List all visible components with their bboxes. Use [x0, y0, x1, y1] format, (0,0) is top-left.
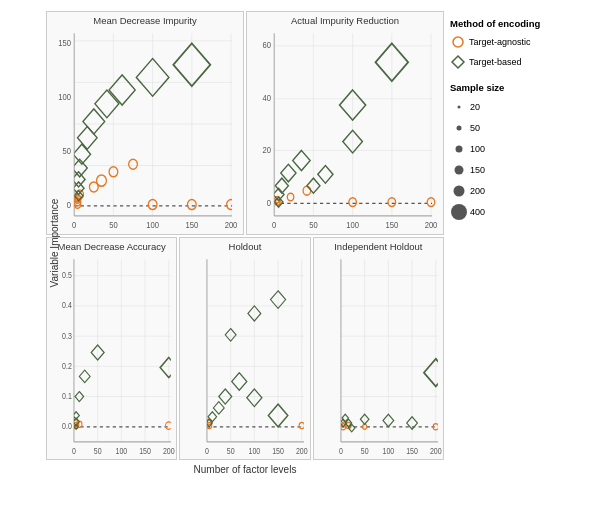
svg-marker-112 [79, 370, 90, 383]
plot-area: Variable Importance Mean Decrease Impuri… [0, 0, 445, 515]
plot-mdi-title: Mean Decrease Impurity [47, 12, 243, 27]
svg-text:100: 100 [382, 446, 394, 454]
plot-mda-title: Mean Decrease Accuracy [47, 238, 176, 253]
svg-point-183 [455, 166, 464, 175]
svg-text:0: 0 [267, 198, 272, 208]
legend-panel: Method of encoding Target-agnostic Targe… [445, 0, 600, 515]
svg-text:0.0: 0.0 [62, 421, 72, 431]
plot-mdi-svg: 0 50 100 150 0 50 100 150 200 [47, 27, 243, 229]
svg-text:0.5: 0.5 [62, 270, 72, 280]
svg-text:0.1: 0.1 [62, 391, 72, 401]
svg-text:150: 150 [406, 446, 418, 454]
main-container: Variable Importance Mean Decrease Impuri… [0, 0, 600, 515]
legend-size-20: 20 [450, 98, 480, 116]
svg-point-185 [451, 204, 467, 220]
plot-holdout-svg: 0 50 100 150 200 [180, 253, 309, 455]
svg-point-181 [457, 126, 462, 131]
plot-ind-holdout: Independent Holdout [313, 237, 444, 461]
legend-size-50: 50 [450, 119, 480, 137]
svg-text:200: 200 [296, 446, 308, 454]
svg-point-182 [456, 146, 463, 153]
legend-item-based: Target-based [450, 54, 522, 70]
svg-text:40: 40 [262, 94, 271, 104]
svg-text:0: 0 [272, 221, 277, 228]
svg-marker-77 [318, 166, 333, 184]
legend-size-200-label: 200 [470, 186, 485, 196]
plot-mda: Mean Decrease Accuracy [46, 237, 177, 461]
legend-agnostic-label: Target-agnostic [469, 37, 531, 47]
legend-size-200: 200 [450, 182, 485, 200]
legend-size-100: 100 [450, 140, 485, 158]
svg-point-27 [97, 175, 107, 186]
plot-ind-holdout-svg: 0 50 100 150 200 [314, 253, 443, 455]
legend-size-400: 400 [450, 203, 485, 221]
svg-text:0.2: 0.2 [62, 361, 72, 371]
svg-text:100: 100 [249, 446, 261, 454]
svg-text:50: 50 [109, 221, 118, 228]
svg-text:0.3: 0.3 [62, 331, 72, 341]
svg-text:0: 0 [339, 446, 343, 454]
svg-rect-81 [74, 259, 171, 442]
svg-text:150: 150 [273, 446, 285, 454]
legend-size-400-label: 400 [470, 207, 485, 217]
plot-ind-holdout-title: Independent Holdout [314, 238, 443, 253]
legend-encoding-title: Method of encoding [450, 18, 540, 29]
svg-text:150: 150 [185, 221, 198, 228]
svg-rect-44 [274, 33, 437, 216]
legend-size-20-label: 20 [470, 102, 480, 112]
x-axis-label: Number of factor levels [45, 464, 445, 475]
svg-text:60: 60 [262, 41, 271, 51]
svg-text:20: 20 [262, 145, 271, 155]
target-agnostic-icon [450, 34, 466, 50]
svg-marker-139 [214, 401, 225, 414]
svg-point-66 [287, 193, 294, 201]
svg-marker-39 [83, 109, 105, 134]
svg-text:50: 50 [94, 446, 102, 454]
svg-rect-147 [341, 259, 438, 442]
svg-marker-75 [293, 150, 310, 170]
legend-size-title: Sample size [450, 82, 504, 93]
svg-marker-141 [232, 372, 247, 390]
svg-text:200: 200 [163, 446, 175, 454]
svg-text:50: 50 [62, 147, 71, 157]
plot-air-svg: 0 20 40 60 0 50 100 150 200 [247, 27, 443, 229]
legend-based-label: Target-based [469, 57, 522, 67]
legend-size-150: 150 [450, 161, 485, 179]
svg-point-184 [454, 186, 465, 197]
svg-text:200: 200 [430, 446, 442, 454]
svg-text:100: 100 [116, 446, 128, 454]
svg-text:50: 50 [227, 446, 235, 454]
plot-air: Actual Impurity Reduction [246, 11, 444, 235]
svg-text:150: 150 [385, 221, 398, 228]
svg-marker-175 [424, 358, 443, 386]
legend-size-100-label: 100 [470, 144, 485, 154]
svg-point-178 [453, 37, 463, 47]
svg-marker-179 [452, 56, 464, 68]
legend-item-agnostic: Target-agnostic [450, 34, 531, 50]
plot-mdi: Mean Decrease Impurity [46, 11, 244, 235]
svg-text:100: 100 [58, 93, 71, 103]
svg-text:200: 200 [425, 221, 438, 228]
svg-text:100: 100 [346, 221, 359, 228]
svg-point-180 [458, 106, 461, 109]
svg-text:0: 0 [67, 201, 72, 211]
svg-text:0: 0 [205, 446, 209, 454]
svg-text:50: 50 [360, 446, 368, 454]
svg-text:200: 200 [225, 221, 238, 228]
svg-point-67 [303, 186, 311, 195]
legend-size-50-label: 50 [470, 123, 480, 133]
plot-holdout-title: Holdout [180, 238, 309, 253]
y-axis-label: Variable Importance [49, 198, 60, 287]
svg-text:100: 100 [146, 221, 159, 228]
svg-text:0: 0 [72, 221, 77, 228]
svg-text:0: 0 [72, 446, 76, 454]
svg-marker-41 [109, 75, 135, 105]
plot-mda-svg: 0.0 0.1 0.2 0.3 0.4 0.5 0 50 100 150 200 [47, 253, 176, 455]
plot-air-title: Actual Impurity Reduction [247, 12, 443, 27]
svg-text:150: 150 [139, 446, 151, 454]
svg-marker-114 [160, 357, 176, 377]
svg-point-29 [129, 159, 138, 169]
svg-rect-116 [207, 259, 304, 442]
target-based-icon [450, 54, 466, 70]
plot-holdout: Holdout [179, 237, 310, 461]
